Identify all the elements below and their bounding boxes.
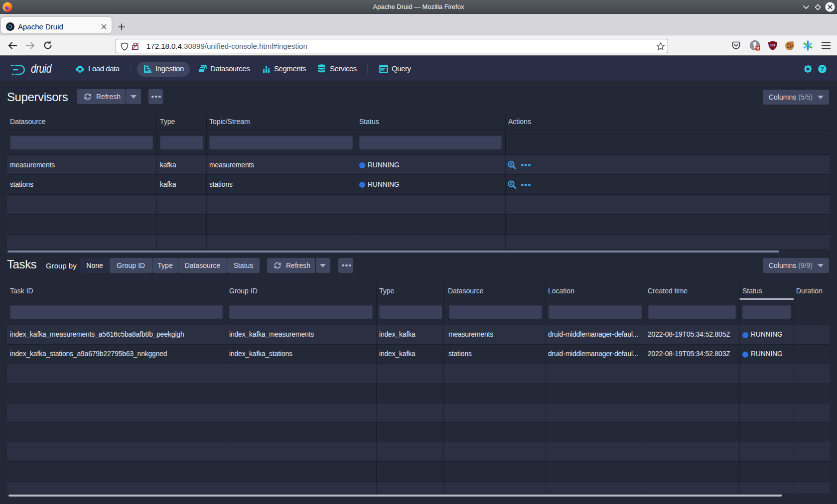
svg-text:?: ? [821, 66, 824, 72]
svg-text:uO: uO [770, 43, 775, 47]
